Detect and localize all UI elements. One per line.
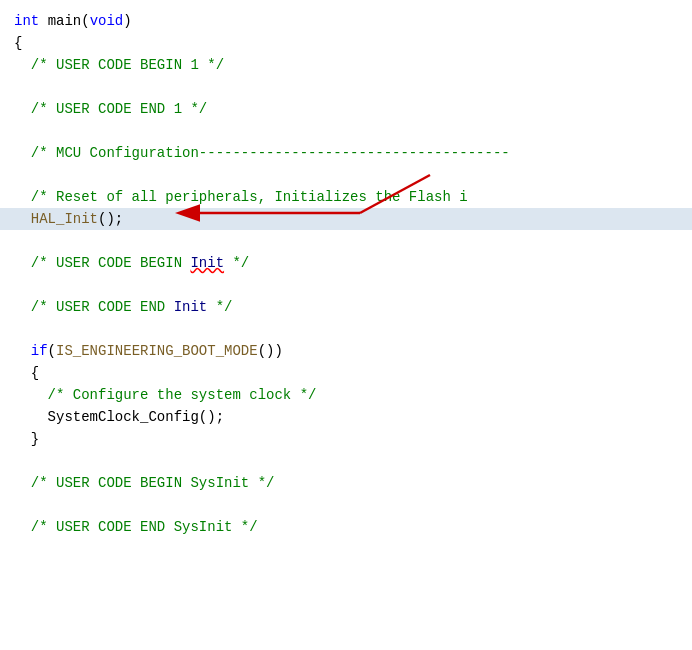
code-line-4 — [0, 76, 692, 98]
code-line-1: int main(void) — [0, 10, 692, 32]
code-line-13 — [0, 274, 692, 296]
macro-engineering: IS_ENGINEERING_BOOT_MODE — [56, 343, 258, 359]
keyword-if: if — [14, 343, 48, 359]
code-line-19: SystemClock_Config(); — [0, 406, 692, 428]
code-line-23 — [0, 494, 692, 516]
code-line-16: if(IS_ENGINEERING_BOOT_MODE()) — [0, 340, 692, 362]
code-line-18: /* Configure the system clock */ — [0, 384, 692, 406]
code-line-7: /* MCU Configuration--------------------… — [0, 142, 692, 164]
code-line-6 — [0, 120, 692, 142]
code-line-11 — [0, 230, 692, 252]
code-line-5: /* USER CODE END 1 */ — [0, 98, 692, 120]
code-line-9: /* Reset of all peripherals, Initializes… — [0, 186, 692, 208]
code-line-17: { — [0, 362, 692, 384]
code-line-hal-init: HAL_Init(); — [0, 208, 692, 230]
code-line-15 — [0, 318, 692, 340]
code-line-3: /* USER CODE BEGIN 1 */ — [0, 54, 692, 76]
code-line-2: { — [0, 32, 692, 54]
macro-hal-init: HAL_Init — [14, 211, 98, 227]
keyword-int: int — [14, 13, 39, 29]
code-line-21 — [0, 450, 692, 472]
code-line-24: /* USER CODE END SysInit */ — [0, 516, 692, 538]
code-line-20: } — [0, 428, 692, 450]
code-line-12: /* USER CODE BEGIN Init */ — [0, 252, 692, 274]
fn-main: main — [48, 13, 82, 29]
keyword-void: void — [90, 13, 124, 29]
code-line-22: /* USER CODE BEGIN SysInit */ — [0, 472, 692, 494]
code-line-14: /* USER CODE END Init */ — [0, 296, 692, 318]
code-editor: int main(void) { /* USER CODE BEGIN 1 */… — [0, 0, 692, 650]
code-line-8 — [0, 164, 692, 186]
